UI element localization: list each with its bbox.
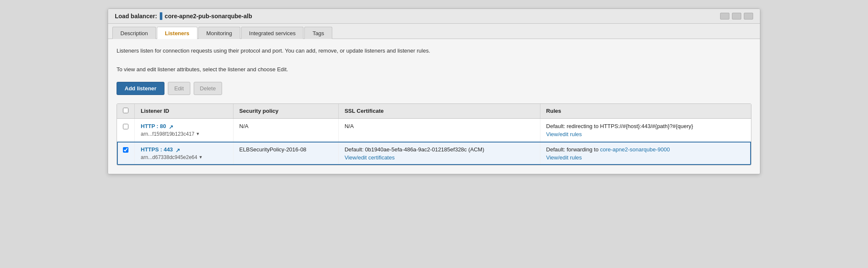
main-window: Load balancer: core-apne2-pub-sonarqube-…	[108, 8, 760, 174]
col-header-listener-id: Listener ID	[135, 104, 234, 119]
row-http-rules-cell: Default: redirecting to HTTPS://#{host}:…	[540, 118, 751, 142]
arn-dropdown-icon[interactable]: ▼	[198, 155, 203, 159]
col-header-checkbox	[117, 104, 135, 119]
tab-monitoring[interactable]: Monitoring	[198, 27, 240, 39]
tab-tags[interactable]: Tags	[304, 27, 332, 39]
minimize-button[interactable]	[720, 13, 729, 20]
tab-integrated-services[interactable]: Integrated services	[241, 27, 304, 39]
row-https-listener-id-cell: HTTPS : 443 ↗ arn...d67338dc945e2e64 ▼	[135, 142, 234, 165]
lb-color-indicator	[160, 12, 162, 20]
http-view-edit-rules-link[interactable]: View/edit rules	[546, 131, 582, 137]
https-view-edit-rules-link[interactable]: View/edit rules	[546, 154, 582, 161]
tab-listeners[interactable]: Listeners	[157, 27, 198, 39]
title-bar-left: Load balancer: core-apne2-pub-sonarqube-…	[115, 12, 252, 20]
col-header-rules: Rules	[540, 104, 751, 119]
row-http-ssl-cert-cell: N/A	[338, 118, 540, 142]
edit-button[interactable]: Edit	[168, 82, 190, 95]
description-line2: To view and edit listener attributes, se…	[117, 65, 751, 74]
table-row: HTTPS : 443 ↗ arn...d67338dc945e2e64 ▼ E…	[117, 142, 751, 165]
row-https-checkbox-cell	[117, 142, 135, 165]
col-header-ssl-certificate: SSL Certificate	[338, 104, 540, 119]
row-http-arn: arn...f1598f19b123c417 ▼	[141, 131, 227, 137]
https-view-edit-certificates-link[interactable]: View/edit certificates	[345, 154, 395, 161]
description-line1: Listeners listen for connection requests…	[117, 47, 751, 56]
row-https-rules-cell: Default: forwarding to core-apne2-sonarq…	[540, 142, 751, 165]
button-row: Add listener Edit Delete	[117, 82, 751, 95]
delete-button[interactable]: Delete	[194, 82, 223, 95]
add-listener-button[interactable]: Add listener	[117, 82, 164, 95]
row-http-checkbox[interactable]	[123, 124, 128, 129]
external-link-icon: ↗	[169, 124, 174, 129]
row-http-checkbox-cell	[117, 118, 135, 142]
select-all-checkbox[interactable]	[123, 108, 128, 113]
table-row: HTTP : 80 ↗ arn...f1598f19b123c417 ▼ N/A	[117, 118, 751, 142]
title-bar: Load balancer: core-apne2-pub-sonarqube-…	[108, 9, 760, 24]
row-https-security-policy-cell: ELBSecurityPolicy-2016-08	[233, 142, 338, 165]
table-header-row: Listener ID Security policy SSL Certific…	[117, 104, 751, 119]
listeners-table: Listener ID Security policy SSL Certific…	[117, 104, 751, 165]
row-http-listener-id-cell: HTTP : 80 ↗ arn...f1598f19b123c417 ▼	[135, 118, 234, 142]
row-https-arn: arn...d67338dc945e2e64 ▼	[141, 154, 227, 160]
https-forwarding-target-link[interactable]: core-apne2-sonarqube-9000	[600, 146, 670, 153]
title-prefix: Load balancer:	[115, 13, 157, 20]
external-link-icon: ↗	[175, 147, 181, 152]
main-content: Listeners listen for connection requests…	[108, 39, 760, 174]
http-listener-link[interactable]: HTTP : 80 ↗	[141, 123, 174, 129]
tab-description[interactable]: Description	[112, 27, 156, 39]
tabs-bar: Description Listeners Monitoring Integra…	[108, 24, 760, 39]
row-http-security-policy-cell: N/A	[233, 118, 338, 142]
https-listener-link[interactable]: HTTPS : 443 ↗	[141, 146, 181, 153]
listeners-table-container: Listener ID Security policy SSL Certific…	[117, 103, 751, 165]
close-button[interactable]	[744, 13, 753, 20]
lb-name: core-apne2-pub-sonarqube-alb	[165, 13, 252, 20]
arn-dropdown-icon[interactable]: ▼	[196, 131, 200, 136]
maximize-button[interactable]	[732, 13, 741, 20]
title-bar-controls	[720, 13, 753, 20]
row-https-ssl-cert-cell: Default: 0b1940ae-5efa-486a-9ac2-012185e…	[338, 142, 540, 165]
col-header-security-policy: Security policy	[233, 104, 338, 119]
row-https-checkbox[interactable]	[123, 147, 128, 153]
